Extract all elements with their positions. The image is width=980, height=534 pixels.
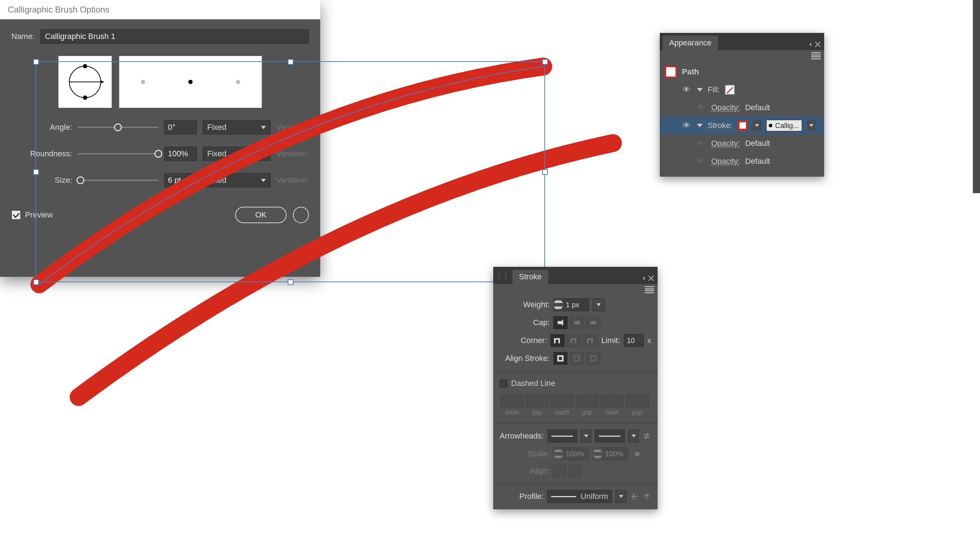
stroke-label: Stroke: (708, 121, 733, 130)
corner-bevel-button[interactable] (583, 334, 598, 347)
opacity-label[interactable]: Opacity: (711, 103, 740, 112)
stroke-tab[interactable]: Stroke (512, 270, 548, 284)
scale-label: Scale: (500, 449, 550, 459)
profile-value: Uniform (581, 492, 608, 501)
canvas[interactable] (0, 0, 980, 534)
corner-miter-button[interactable] (550, 334, 565, 347)
svg-rect-1 (288, 59, 293, 64)
appearance-tab[interactable]: Appearance (663, 36, 718, 50)
corner-label: Corner: (500, 336, 547, 345)
visibility-icon[interactable]: 👁 (695, 157, 706, 166)
dash-align-preserve-button[interactable] (611, 378, 629, 389)
appearance-object-row[interactable]: Path (660, 63, 824, 81)
swap-arrowheads-icon[interactable] (642, 430, 651, 442)
expand-icon[interactable] (697, 88, 703, 92)
scale-end-spinner[interactable] (593, 448, 628, 460)
svg-rect-15 (591, 356, 595, 360)
bounding-box[interactable] (36, 62, 545, 282)
cap-projecting-button[interactable] (586, 316, 600, 329)
size-slider[interactable] (78, 179, 158, 182)
stroke-panel-header[interactable]: ⋮⋮ Stroke ‹‹ (493, 267, 658, 284)
gap-input[interactable] (526, 395, 549, 407)
panel-menu-icon[interactable] (645, 286, 654, 293)
stroke-brush-dropdown[interactable] (807, 121, 816, 131)
panel-menu-icon[interactable] (811, 52, 821, 59)
fill-swatch-none[interactable] (725, 85, 735, 95)
arrowheads-field: Arrowheads: (500, 430, 651, 442)
opacity-label[interactable]: Opacity: (711, 139, 740, 148)
visibility-icon[interactable]: 👁 (681, 121, 692, 130)
arrowhead-start-dropdown[interactable] (547, 430, 578, 442)
opacity-label[interactable]: Opacity: (711, 157, 740, 166)
align-stroke-label: Align Stroke: (500, 354, 550, 363)
flip-along-icon[interactable] (642, 491, 651, 501)
stroke-color-swatch[interactable] (738, 121, 748, 131)
appearance-panel-header[interactable]: Appearance ‹‹ (660, 33, 824, 50)
visibility-icon[interactable]: 👁 (695, 103, 706, 112)
expand-icon[interactable] (697, 124, 703, 128)
stroke-panel: ⋮⋮ Stroke ‹‹ Weight: Cap: (493, 267, 658, 509)
scale-end-input[interactable] (602, 450, 628, 458)
dash-input[interactable] (501, 395, 523, 407)
selection-handles[interactable] (33, 59, 547, 285)
appearance-fill-opacity-row[interactable]: 👁 Opacity: Default (660, 99, 824, 116)
visibility-icon[interactable]: 👁 (695, 139, 706, 148)
object-type-label: Path (682, 67, 699, 77)
stroke-color-dropdown[interactable] (753, 121, 761, 131)
dash-input[interactable] (551, 395, 574, 407)
weight-dropdown[interactable] (593, 298, 605, 311)
corner-round-button[interactable] (567, 334, 581, 347)
cap-round-button[interactable] (570, 316, 584, 329)
dash-input[interactable] (601, 395, 624, 407)
roundness-slider[interactable] (78, 152, 158, 155)
collapse-icon[interactable]: ‹‹ (643, 274, 644, 282)
stroke-brush-chip[interactable]: Callig... (766, 120, 802, 131)
arrow-align-tip-button[interactable] (568, 465, 581, 477)
docked-panel-strip[interactable] (973, 0, 980, 193)
svg-rect-5 (33, 280, 38, 285)
align-inside-button[interactable] (570, 352, 584, 365)
profile-field: Profile: Uniform (500, 490, 651, 503)
angle-slider[interactable] (78, 126, 158, 129)
gap-input[interactable] (626, 395, 649, 407)
arrowhead-end-dropdown[interactable] (595, 430, 625, 442)
opacity-value: Default (745, 157, 770, 166)
appearance-stroke-row[interactable]: 👁 Stroke: Callig... (660, 116, 824, 134)
arrowhead-end-dd-button[interactable] (628, 430, 639, 442)
appearance-master-opacity-row[interactable]: 👁 Opacity: Default (660, 152, 824, 170)
appearance-fill-row[interactable]: 👁 Fill: (660, 81, 824, 99)
weight-input[interactable] (563, 301, 589, 309)
close-icon[interactable] (648, 275, 655, 282)
svg-rect-13 (558, 356, 563, 360)
svg-rect-12 (590, 321, 596, 324)
scale-start-spinner[interactable] (553, 448, 589, 460)
limit-suffix: x (647, 336, 651, 345)
dash-align-corners-button[interactable] (633, 378, 651, 389)
visibility-icon[interactable]: 👁 (681, 85, 692, 94)
limit-input[interactable] (624, 334, 644, 347)
dashed-line-checkbox[interactable] (500, 379, 508, 387)
svg-rect-2 (542, 59, 547, 64)
arrowhead-start-dd-button[interactable] (581, 430, 591, 442)
collapse-icon[interactable]: ‹‹ (809, 40, 811, 48)
weight-spinner[interactable] (553, 298, 589, 311)
brush-chip-label: Callig... (775, 122, 799, 130)
appearance-stroke-opacity-row[interactable]: 👁 Opacity: Default (660, 134, 824, 152)
profile-dropdown[interactable]: Uniform (547, 490, 612, 503)
svg-rect-6 (288, 280, 293, 285)
dash-gap-inputs: dash gap dash gap dash gap (500, 395, 651, 416)
arrow-align-extend-button[interactable] (553, 465, 566, 477)
close-icon[interactable] (814, 41, 821, 48)
svg-rect-3 (33, 169, 38, 175)
gap-input[interactable] (576, 395, 599, 407)
appearance-panel: Appearance ‹‹ Path 👁 Fill: 👁 Opacity: De… (660, 33, 824, 177)
cap-butt-button[interactable] (553, 316, 568, 329)
profile-dd-button[interactable] (616, 490, 626, 503)
align-center-button[interactable] (553, 352, 568, 365)
fill-label: Fill: (708, 85, 720, 94)
flip-across-icon[interactable] (630, 491, 639, 501)
link-scale-icon[interactable] (632, 448, 643, 459)
grip-icon[interactable]: ⋮⋮ (496, 272, 509, 282)
align-outside-button[interactable] (586, 352, 600, 365)
scale-start-input[interactable] (563, 450, 589, 458)
